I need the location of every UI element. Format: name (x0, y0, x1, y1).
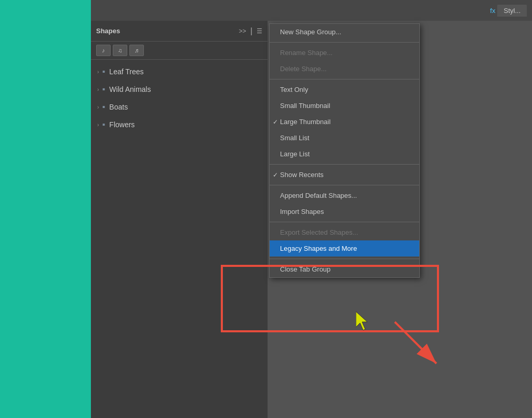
menu-label-small-list: Small List (280, 134, 309, 142)
teal-sidebar (0, 0, 91, 418)
menu-item-close-tab-group[interactable]: Close Tab Group (270, 261, 419, 277)
tool-btn-1[interactable]: ♪ (96, 45, 111, 56)
menu-item-show-recents[interactable]: ✓ Show Recents (270, 167, 419, 183)
shape-item-label-flowers: Flowers (109, 120, 135, 129)
divider: | (250, 26, 252, 36)
folder-icon-boats: ▪ (102, 102, 105, 112)
style-tab[interactable]: Styl... (497, 5, 527, 17)
menu-item-append-default[interactable]: Append Default Shapes... (270, 187, 419, 204)
expand-arrow-flowers: › (97, 122, 99, 128)
folder-icon-leaf: ▪ (102, 67, 105, 76)
shape-item-label-boats: Boats (109, 103, 128, 111)
menu-label-show-recents: Show Recents (280, 171, 324, 179)
checkmark-large-thumbnail: ✓ (273, 118, 278, 126)
shape-item-boats[interactable]: › ▪ Boats (91, 98, 268, 116)
menu-icon[interactable]: ☰ (257, 28, 262, 35)
menu-label-export-selected: Export Selected Shapes... (280, 228, 358, 236)
separator-3 (270, 164, 419, 165)
separator-2 (270, 79, 419, 79)
expand-arrow-leaf: › (97, 69, 99, 75)
shape-item-label-leaf: Leaf Trees (109, 68, 143, 76)
folder-icon-wild: ▪ (102, 85, 105, 94)
expand-icon[interactable]: >> (239, 28, 246, 35)
folder-icon-flowers: ▪ (102, 120, 105, 129)
menu-item-delete-shape[interactable]: Delete Shape... (270, 61, 419, 77)
menu-item-new-shape-group[interactable]: New Shape Group... (270, 24, 419, 40)
fx-label: fx (490, 7, 495, 15)
shape-toolbar: ♪ ♫ ♬ (91, 42, 268, 60)
menu-item-export-selected[interactable]: Export Selected Shapes... (270, 224, 419, 240)
menu-label-append-default: Append Default Shapes... (280, 192, 357, 199)
menu-item-text-only[interactable]: Text Only (270, 82, 419, 98)
separator-5 (270, 222, 419, 222)
separator-1 (270, 42, 419, 43)
shape-list: › ▪ Leaf Trees › ▪ Wild Animals › ▪ Boat… (91, 60, 268, 137)
menu-label-close-tab-group: Close Tab Group (280, 265, 330, 273)
separator-6 (270, 259, 419, 259)
tool-btn-3[interactable]: ♬ (129, 45, 144, 56)
expand-arrow-boats: › (97, 104, 99, 110)
menu-label-delete-shape: Delete Shape... (280, 65, 327, 73)
checkmark-show-recents: ✓ (273, 171, 278, 179)
shape-item-leaf-trees[interactable]: › ▪ Leaf Trees (91, 63, 268, 80)
menu-label-large-list: Large List (280, 150, 310, 158)
menu-label-new-shape-group: New Shape Group... (280, 28, 341, 36)
menu-item-small-list[interactable]: Small List (270, 130, 419, 146)
context-menu: New Shape Group... Rename Shape... Delet… (269, 23, 420, 278)
panel-header: Shapes >> | ☰ (91, 21, 268, 42)
menu-label-rename-shape: Rename Shape... (280, 49, 332, 57)
menu-item-import-shapes[interactable]: Import Shapes (270, 204, 419, 220)
separator-4 (270, 185, 419, 185)
shapes-panel: Shapes >> | ☰ ♪ ♫ ♬ › ▪ Leaf Trees › ▪ W… (91, 21, 268, 418)
menu-label-small-thumbnail: Small Thumbnail (280, 102, 330, 110)
panel-title: Shapes (96, 27, 120, 35)
shape-item-wild-animals[interactable]: › ▪ Wild Animals (91, 80, 268, 98)
tool-btn-2[interactable]: ♫ (113, 45, 127, 56)
menu-label-import-shapes: Import Shapes (280, 208, 324, 215)
menu-label-text-only: Text Only (280, 86, 308, 93)
shape-item-label-wild: Wild Animals (109, 85, 151, 93)
style-tab-label: Styl... (503, 7, 521, 15)
top-bar: fx Styl... (91, 0, 532, 21)
shape-item-flowers[interactable]: › ▪ Flowers (91, 116, 268, 133)
menu-item-legacy-shapes[interactable]: Legacy Shapes and More (270, 240, 419, 257)
menu-item-large-thumbnail[interactable]: ✓ Large Thumbnail (270, 114, 419, 130)
tool-icon-1: ♪ (102, 47, 105, 53)
panel-header-icons: >> | ☰ (239, 26, 262, 36)
tool-icon-3: ♬ (135, 47, 139, 53)
menu-item-large-list[interactable]: Large List (270, 146, 419, 162)
menu-item-small-thumbnail[interactable]: Small Thumbnail (270, 98, 419, 114)
menu-label-legacy-shapes: Legacy Shapes and More (280, 245, 357, 252)
tool-icon-2: ♫ (118, 47, 122, 53)
expand-arrow-wild: › (97, 86, 99, 92)
menu-label-large-thumbnail: Large Thumbnail (280, 118, 330, 126)
menu-item-rename-shape[interactable]: Rename Shape... (270, 45, 419, 61)
